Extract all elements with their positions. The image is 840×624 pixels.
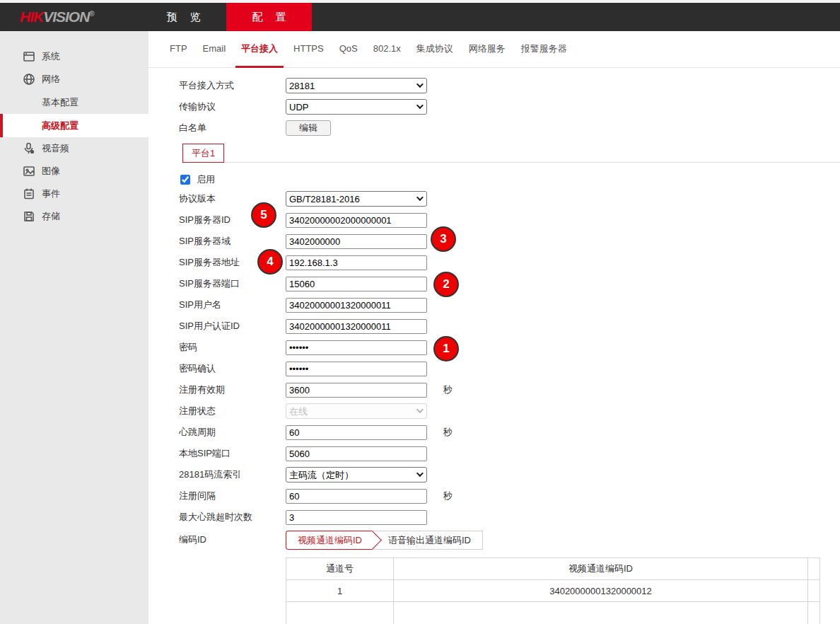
sidebar-item-label: 图像 [42, 165, 60, 178]
sip-server-domain-input[interactable] [286, 234, 427, 249]
tab-8021x[interactable]: 802.1x [368, 31, 407, 68]
sidebar-item-event[interactable]: 事件 [0, 183, 148, 205]
field-label: SIP用户认证ID [179, 320, 286, 333]
field-label: 注册状态 [179, 405, 286, 417]
field-label: 平台接入方式 [179, 79, 286, 92]
form-row-max-heartbeat-timeout: 最大心跳超时次数 [179, 507, 840, 528]
sip-server-port-input[interactable] [286, 277, 427, 291]
sidebar-subitem-label: 高级配置 [42, 120, 78, 132]
max-heartbeat-timeout-input[interactable] [286, 510, 427, 525]
unit-seconds: 秒 [443, 383, 453, 396]
platform-access-form: 平台接入方式 28181 传输协议 UDP 白名单 编辑 平台1 [148, 68, 840, 624]
annotation-circle-2: 2 [433, 272, 459, 297]
local-sip-port-input[interactable] [286, 446, 427, 461]
field-label: SIP用户名 [179, 299, 286, 311]
system-icon [23, 50, 35, 63]
tab-video-channel-encode-id[interactable]: 视频通道编码ID [286, 531, 372, 550]
sidebar-item-system[interactable]: 系统 [0, 45, 148, 68]
logo-vision: VISION [43, 8, 89, 25]
access-mode-select-wrap: 28181 [286, 78, 427, 93]
field-label: 注册有效期 [179, 383, 286, 396]
form-row-sip-username: SIP用户名 [179, 294, 840, 316]
sidebar: 系统 网络 基本配置 高级配置 视音频 图像 [0, 31, 148, 624]
field-label: 密码确认 [179, 362, 286, 375]
tab-alarm-server[interactable]: 报警服务器 [515, 31, 573, 68]
cell-spacer [808, 580, 820, 602]
tab-configuration[interactable]: 配 置 [226, 3, 312, 31]
table-row[interactable]: 1 34020000001320000012 [286, 580, 820, 602]
form-row-password-confirm: 密码确认 [179, 358, 840, 379]
settings-tab-bar: FTP Email 平台接入 HTTPS QoS 802.1x 集成协议 网络服… [148, 31, 840, 68]
form-row-register-interval: 注册间隔 秒 [179, 485, 840, 507]
form-row-local-sip-port: 本地SIP端口 [179, 443, 840, 464]
cell-spacer [808, 602, 820, 624]
tab-https[interactable]: HTTPS [288, 31, 329, 68]
tab-audio-output-channel-encode-id[interactable]: 语音输出通道编码ID [372, 531, 483, 550]
password-input[interactable] [286, 340, 427, 355]
tab-platform-access[interactable]: 平台接入 [235, 31, 284, 68]
sidebar-item-image[interactable]: 图像 [0, 160, 148, 183]
form-row-encode-id: 编码ID 视频通道编码ID 语音输出通道编码ID [179, 528, 840, 552]
form-row-sip-auth-id: SIP用户认证ID [179, 316, 840, 337]
register-status-select: 在线 [286, 403, 427, 419]
sidebar-item-label: 视音频 [42, 142, 69, 155]
table-header-row: 通道号 视频通道编码ID [286, 558, 820, 580]
enable-label[interactable]: 启用 [197, 173, 215, 186]
form-row-register-status: 注册状态 在线 [179, 400, 840, 422]
col-header-video-encode-id: 视频通道编码ID [394, 558, 808, 580]
password-confirm-input[interactable] [286, 362, 427, 376]
storage-icon [23, 210, 35, 223]
field-label: 白名单 [179, 122, 286, 134]
sidebar-item-storage[interactable]: 存储 [0, 205, 148, 228]
tab-ftp[interactable]: FTP [164, 31, 193, 68]
form-row-access-mode: 平台接入方式 28181 [179, 75, 840, 96]
col-header-channel: 通道号 [286, 558, 394, 580]
access-mode-select[interactable]: 28181 [286, 78, 427, 93]
field-label: 28181码流索引 [179, 468, 286, 481]
platform1-tab[interactable]: 平台1 [182, 144, 224, 163]
tab-preview[interactable]: 预 览 [141, 3, 226, 31]
sidebar-item-video-audio[interactable]: 视音频 [0, 137, 148, 160]
field-label: 注册间隔 [179, 490, 286, 502]
register-validity-input[interactable] [286, 383, 427, 398]
cell-encode-id [394, 602, 808, 624]
sidebar-item-basic-config[interactable]: 基本配置 [0, 91, 148, 114]
form-row-sip-server-id: SIP服务器ID [179, 209, 840, 231]
channel-encode-table: 通道号 视频通道编码ID 1 34020000001320000012 [286, 557, 820, 624]
sidebar-item-network[interactable]: 网络 [0, 68, 148, 91]
sidebar-item-advanced-config[interactable]: 高级配置 [0, 114, 148, 137]
annotation-circle-1: 1 [433, 336, 459, 362]
tab-integration-protocol[interactable]: 集成协议 [411, 31, 459, 68]
form-row-whitelist: 白名单 编辑 [179, 117, 840, 139]
protocol-version-select-wrap: GB/T28181-2016 [286, 191, 427, 207]
transport-select[interactable]: UDP [286, 99, 427, 115]
sip-auth-id-input[interactable] [286, 319, 427, 334]
sip-server-id-input[interactable] [286, 213, 427, 228]
cell-channel [286, 602, 394, 624]
sip-username-input[interactable] [286, 298, 427, 313]
whitelist-edit-button[interactable]: 编辑 [286, 120, 331, 136]
protocol-version-select[interactable]: GB/T28181-2016 [286, 191, 427, 207]
tab-email[interactable]: Email [197, 31, 232, 68]
stream-index-select[interactable]: 主码流（定时） [286, 467, 427, 483]
register-interval-input[interactable] [286, 489, 427, 504]
form-row-transport: 传输协议 UDP [179, 96, 840, 117]
table-row[interactable] [286, 602, 820, 624]
cell-encode-id: 34020000001320000012 [394, 580, 808, 602]
enable-checkbox[interactable] [180, 175, 190, 185]
heartbeat-interval-input[interactable] [286, 425, 427, 440]
av-icon [23, 142, 35, 155]
col-header-spacer [808, 558, 820, 580]
unit-seconds: 秒 [443, 426, 453, 439]
enable-row: 启用 [179, 171, 840, 188]
main-content: FTP Email 平台接入 HTTPS QoS 802.1x 集成协议 网络服… [148, 31, 840, 624]
tab-network-service[interactable]: 网络服务 [463, 31, 511, 68]
transport-select-wrap: UDP [286, 99, 427, 115]
sip-server-address-input[interactable] [286, 255, 427, 270]
form-row-register-validity: 注册有效期 秒 [179, 379, 840, 400]
field-label: 编码ID [179, 533, 286, 546]
tab-qos[interactable]: QoS [334, 31, 363, 68]
image-icon [23, 165, 35, 178]
form-row-sip-server-domain: SIP服务器域 [179, 231, 840, 252]
topbar: HIKVISION® 预 览 配 置 [0, 3, 840, 31]
